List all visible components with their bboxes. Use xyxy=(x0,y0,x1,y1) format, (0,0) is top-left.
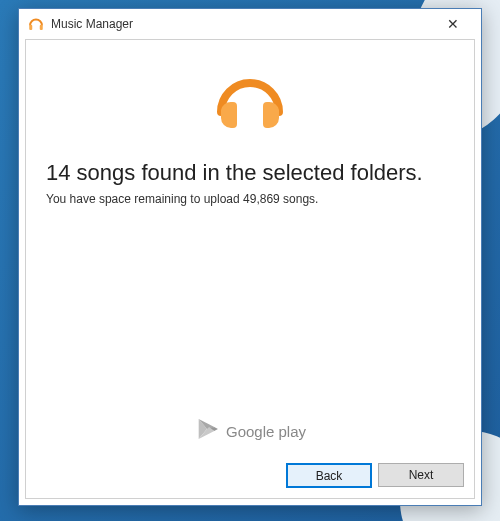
next-button[interactable]: Next xyxy=(378,463,464,487)
wizard-button-bar: Back Next xyxy=(286,463,464,488)
close-icon: ✕ xyxy=(447,16,459,32)
content-frame: 14 songs found in the selected folders. … xyxy=(19,39,481,505)
svg-rect-1 xyxy=(40,25,43,30)
content-panel: 14 songs found in the selected folders. … xyxy=(25,39,475,499)
google-play-branding: Google play xyxy=(26,416,474,446)
back-button[interactable]: Back xyxy=(286,463,372,488)
window-title: Music Manager xyxy=(51,17,433,31)
google-play-icon xyxy=(194,416,220,446)
music-manager-small-icon xyxy=(27,15,45,33)
headphones-icon xyxy=(211,68,289,142)
close-button[interactable]: ✕ xyxy=(433,10,473,38)
google-play-label: Google play xyxy=(226,423,306,440)
svg-rect-0 xyxy=(29,25,32,30)
app-window: Music Manager ✕ 14 songs found in the se… xyxy=(18,8,482,506)
titlebar: Music Manager ✕ xyxy=(19,9,481,39)
hero-logo-area xyxy=(26,40,474,150)
headline-text: 14 songs found in the selected folders. xyxy=(26,150,474,192)
subtext: You have space remaining to upload 49,86… xyxy=(26,192,474,206)
